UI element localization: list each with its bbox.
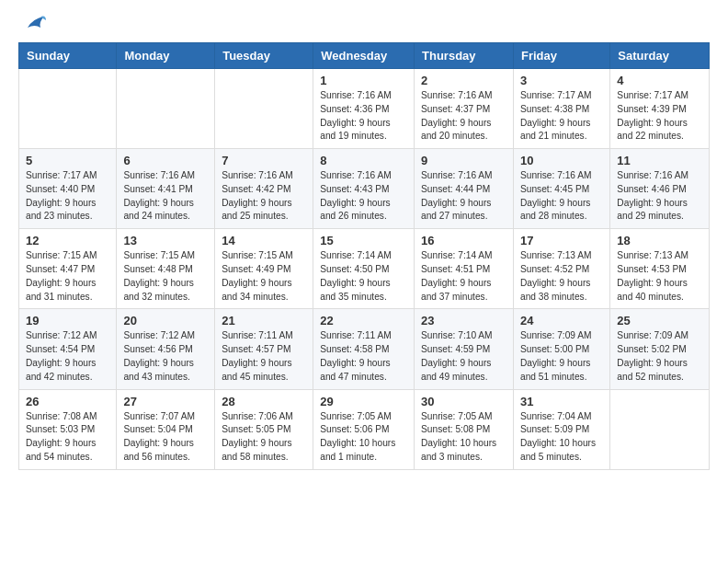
day-info: Sunrise: 7:11 AMSunset: 4:58 PMDaylight:…	[320, 329, 407, 384]
calendar-day-header: Monday	[117, 43, 215, 69]
day-info: Sunrise: 7:15 AMSunset: 4:47 PMDaylight:…	[26, 249, 109, 304]
day-number: 27	[123, 395, 208, 408]
calendar-cell: 18Sunrise: 7:13 AMSunset: 4:53 PMDayligh…	[610, 229, 710, 309]
calendar-day-header: Tuesday	[215, 43, 313, 69]
day-info: Sunrise: 7:05 AMSunset: 5:08 PMDaylight:…	[421, 410, 506, 465]
calendar-cell: 3Sunrise: 7:17 AMSunset: 4:38 PMDaylight…	[513, 69, 609, 149]
day-info: Sunrise: 7:11 AMSunset: 4:57 PMDaylight:…	[222, 329, 306, 384]
day-number: 2	[421, 74, 506, 87]
day-info: Sunrise: 7:17 AMSunset: 4:38 PMDaylight:…	[520, 89, 603, 144]
calendar-cell: 16Sunrise: 7:14 AMSunset: 4:51 PMDayligh…	[415, 229, 514, 309]
day-info: Sunrise: 7:14 AMSunset: 4:51 PMDaylight:…	[421, 249, 506, 304]
day-info: Sunrise: 7:15 AMSunset: 4:49 PMDaylight:…	[222, 249, 306, 304]
calendar-week-row: 1Sunrise: 7:16 AMSunset: 4:36 PMDaylight…	[19, 69, 710, 149]
calendar-cell: 7Sunrise: 7:16 AMSunset: 4:42 PMDaylight…	[215, 149, 313, 229]
calendar-cell	[117, 69, 215, 149]
day-info: Sunrise: 7:15 AMSunset: 4:48 PMDaylight:…	[123, 249, 208, 304]
calendar-header-row: SundayMondayTuesdayWednesdayThursdayFrid…	[19, 43, 710, 69]
day-number: 13	[123, 234, 208, 247]
day-info: Sunrise: 7:13 AMSunset: 4:52 PMDaylight:…	[520, 249, 603, 304]
page: SundayMondayTuesdayWednesdayThursdayFrid…	[0, 0, 728, 485]
calendar-cell	[215, 69, 313, 149]
calendar-week-row: 19Sunrise: 7:12 AMSunset: 4:54 PMDayligh…	[19, 309, 710, 389]
day-number: 20	[123, 314, 208, 327]
calendar-cell: 20Sunrise: 7:12 AMSunset: 4:56 PMDayligh…	[117, 309, 215, 389]
day-info: Sunrise: 7:17 AMSunset: 4:39 PMDaylight:…	[617, 89, 702, 144]
day-info: Sunrise: 7:16 AMSunset: 4:41 PMDaylight:…	[123, 169, 208, 224]
day-info: Sunrise: 7:09 AMSunset: 5:02 PMDaylight:…	[617, 329, 702, 384]
day-number: 10	[520, 154, 603, 167]
day-number: 30	[421, 395, 506, 408]
calendar-cell: 11Sunrise: 7:16 AMSunset: 4:46 PMDayligh…	[610, 149, 710, 229]
day-info: Sunrise: 7:16 AMSunset: 4:46 PMDaylight:…	[617, 169, 702, 224]
calendar-cell: 29Sunrise: 7:05 AMSunset: 5:06 PMDayligh…	[313, 389, 415, 469]
logo-bird-icon	[20, 11, 46, 37]
day-number: 1	[320, 74, 407, 87]
day-number: 12	[26, 234, 109, 247]
day-info: Sunrise: 7:04 AMSunset: 5:09 PMDaylight:…	[520, 410, 603, 465]
calendar-cell: 9Sunrise: 7:16 AMSunset: 4:44 PMDaylight…	[415, 149, 514, 229]
day-number: 21	[222, 314, 306, 327]
day-number: 9	[421, 154, 506, 167]
day-info: Sunrise: 7:16 AMSunset: 4:37 PMDaylight:…	[421, 89, 506, 144]
calendar-cell: 30Sunrise: 7:05 AMSunset: 5:08 PMDayligh…	[415, 389, 514, 469]
day-info: Sunrise: 7:10 AMSunset: 4:59 PMDaylight:…	[421, 329, 506, 384]
day-info: Sunrise: 7:05 AMSunset: 5:06 PMDaylight:…	[320, 410, 407, 465]
day-info: Sunrise: 7:12 AMSunset: 4:56 PMDaylight:…	[123, 329, 208, 384]
day-number: 6	[123, 154, 208, 167]
day-number: 24	[520, 314, 603, 327]
calendar-cell: 10Sunrise: 7:16 AMSunset: 4:45 PMDayligh…	[513, 149, 609, 229]
calendar-week-row: 5Sunrise: 7:17 AMSunset: 4:40 PMDaylight…	[19, 149, 710, 229]
day-number: 25	[617, 314, 702, 327]
day-info: Sunrise: 7:13 AMSunset: 4:53 PMDaylight:…	[617, 249, 702, 304]
calendar-cell: 12Sunrise: 7:15 AMSunset: 4:47 PMDayligh…	[19, 229, 117, 309]
calendar-day-header: Wednesday	[313, 43, 415, 69]
day-info: Sunrise: 7:12 AMSunset: 4:54 PMDaylight:…	[26, 329, 109, 384]
day-number: 18	[617, 234, 702, 247]
day-info: Sunrise: 7:16 AMSunset: 4:36 PMDaylight:…	[320, 89, 407, 144]
day-info: Sunrise: 7:16 AMSunset: 4:45 PMDaylight:…	[520, 169, 603, 224]
calendar-cell: 25Sunrise: 7:09 AMSunset: 5:02 PMDayligh…	[610, 309, 710, 389]
calendar-cell: 6Sunrise: 7:16 AMSunset: 4:41 PMDaylight…	[117, 149, 215, 229]
calendar-cell: 22Sunrise: 7:11 AMSunset: 4:58 PMDayligh…	[313, 309, 415, 389]
day-info: Sunrise: 7:17 AMSunset: 4:40 PMDaylight:…	[26, 169, 109, 224]
day-number: 3	[520, 74, 603, 87]
day-info: Sunrise: 7:16 AMSunset: 4:42 PMDaylight:…	[222, 169, 306, 224]
day-number: 11	[617, 154, 702, 167]
calendar-cell: 14Sunrise: 7:15 AMSunset: 4:49 PMDayligh…	[215, 229, 313, 309]
day-info: Sunrise: 7:14 AMSunset: 4:50 PMDaylight:…	[320, 249, 407, 304]
calendar-week-row: 12Sunrise: 7:15 AMSunset: 4:47 PMDayligh…	[19, 229, 710, 309]
calendar-cell: 17Sunrise: 7:13 AMSunset: 4:52 PMDayligh…	[513, 229, 609, 309]
day-number: 29	[320, 395, 407, 408]
day-number: 19	[26, 314, 109, 327]
day-info: Sunrise: 7:06 AMSunset: 5:05 PMDaylight:…	[222, 410, 306, 465]
day-number: 15	[320, 234, 407, 247]
calendar-cell: 21Sunrise: 7:11 AMSunset: 4:57 PMDayligh…	[215, 309, 313, 389]
calendar-cell: 1Sunrise: 7:16 AMSunset: 4:36 PMDaylight…	[313, 69, 415, 149]
day-info: Sunrise: 7:08 AMSunset: 5:03 PMDaylight:…	[26, 410, 109, 465]
day-number: 4	[617, 74, 702, 87]
calendar-table: SundayMondayTuesdayWednesdayThursdayFrid…	[18, 42, 710, 470]
day-number: 31	[520, 395, 603, 408]
day-info: Sunrise: 7:16 AMSunset: 4:43 PMDaylight:…	[320, 169, 407, 224]
day-info: Sunrise: 7:07 AMSunset: 5:04 PMDaylight:…	[123, 410, 208, 465]
day-number: 23	[421, 314, 506, 327]
calendar-cell	[610, 389, 710, 469]
calendar-cell: 28Sunrise: 7:06 AMSunset: 5:05 PMDayligh…	[215, 389, 313, 469]
calendar-week-row: 26Sunrise: 7:08 AMSunset: 5:03 PMDayligh…	[19, 389, 710, 469]
day-number: 8	[320, 154, 407, 167]
calendar-cell: 13Sunrise: 7:15 AMSunset: 4:48 PMDayligh…	[117, 229, 215, 309]
calendar-day-header: Friday	[513, 43, 609, 69]
calendar-cell: 8Sunrise: 7:16 AMSunset: 4:43 PMDaylight…	[313, 149, 415, 229]
calendar-cell: 31Sunrise: 7:04 AMSunset: 5:09 PMDayligh…	[513, 389, 609, 469]
calendar-cell: 4Sunrise: 7:17 AMSunset: 4:39 PMDaylight…	[610, 69, 710, 149]
calendar-cell: 15Sunrise: 7:14 AMSunset: 4:50 PMDayligh…	[313, 229, 415, 309]
day-number: 16	[421, 234, 506, 247]
day-number: 7	[222, 154, 306, 167]
calendar-day-header: Saturday	[610, 43, 710, 69]
day-number: 22	[320, 314, 407, 327]
logo	[18, 15, 46, 31]
calendar-day-header: Thursday	[415, 43, 514, 69]
calendar-day-header: Sunday	[19, 43, 117, 69]
day-number: 14	[222, 234, 306, 247]
